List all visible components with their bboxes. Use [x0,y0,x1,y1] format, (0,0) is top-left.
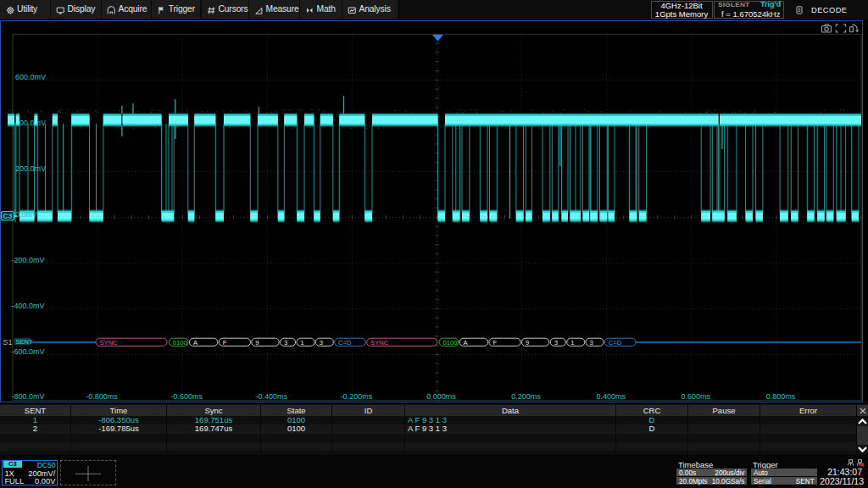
svg-text:SYNC: SYNC [370,339,389,347]
svg-text:-0.800ms: -0.800ms [86,392,118,401]
svg-text:S1: S1 [3,338,13,347]
svg-text:C3: C3 [3,212,13,220]
svg-text:-0.600ms: -0.600ms [170,392,203,401]
svg-text:0.400ms: 0.400ms [596,392,626,401]
svg-text:9: 9 [526,339,529,347]
svg-text:F: F [223,339,227,347]
svg-text:SYNC: SYNC [100,339,119,347]
svg-text:0100: 0100 [173,339,187,347]
svg-text:200.0mV: 200.0mV [15,164,46,173]
svg-text:0.800ms: 0.800ms [766,392,796,401]
svg-text:0.000ms: 0.000ms [426,392,456,401]
svg-text:1: 1 [301,339,304,347]
svg-text:C=D: C=D [338,339,352,347]
svg-text:3: 3 [284,339,287,347]
svg-text:9: 9 [255,339,259,347]
svg-text:-200.0mV: -200.0mV [12,256,45,264]
svg-text:C=D: C=D [609,339,622,347]
svg-text:-600.0mV: -600.0mV [12,347,45,356]
svg-text:0.0mV: 0.0mV [15,210,37,219]
svg-text:1: 1 [570,339,574,347]
svg-text:SENT: SENT [16,338,33,346]
svg-text:F: F [492,339,497,347]
svg-text:600.0mV: 600.0mV [15,73,46,81]
svg-text:0100: 0100 [443,339,458,347]
svg-text:-800.0mV: -800.0mV [12,392,45,401]
svg-text:-0.400ms: -0.400ms [256,392,288,401]
svg-text:3: 3 [554,339,558,347]
svg-text:-400.0mV: -400.0mV [12,302,45,310]
svg-text:-0.200ms: -0.200ms [341,392,373,401]
svg-text:3: 3 [590,339,593,347]
svg-text:3: 3 [320,339,323,347]
svg-text:0.600ms: 0.600ms [682,392,711,401]
svg-text:0.200ms: 0.200ms [511,392,541,401]
